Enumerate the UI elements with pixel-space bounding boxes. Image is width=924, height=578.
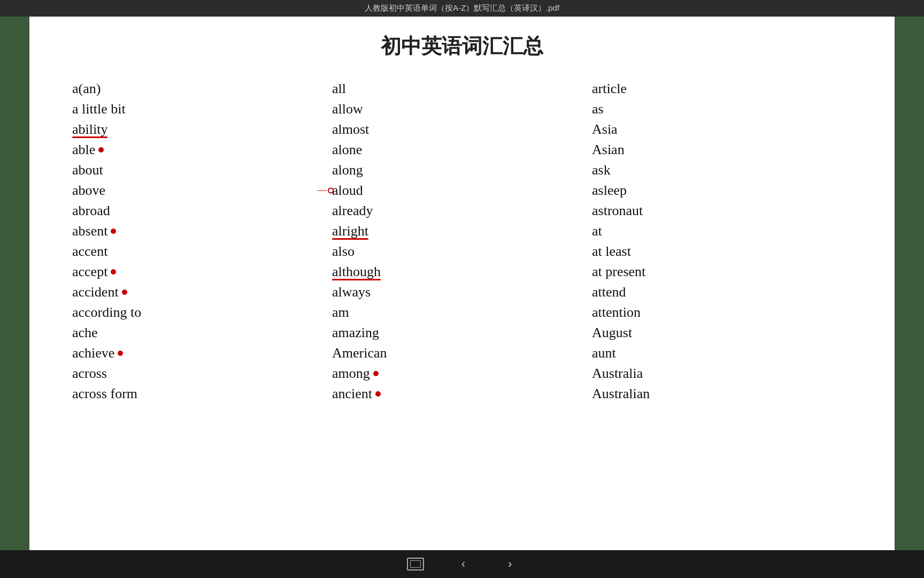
list-item: across form — [72, 384, 332, 404]
list-item: accident — [72, 282, 332, 302]
list-item: Asia — [592, 119, 852, 140]
page-view-icon[interactable] — [407, 558, 424, 571]
word-text: although — [332, 265, 381, 279]
dot-marker — [111, 229, 116, 234]
word-columns: a(an) a little bit ability able about — [72, 79, 852, 404]
word-text: Australian — [592, 387, 650, 401]
word-text: attention — [592, 306, 641, 320]
word-text: also — [332, 245, 355, 258]
title-bar: 人教版初中英语单词（按A-Z）默写汇总（英译汉）.pdf — [0, 0, 924, 17]
title-bar-text: 人教版初中英语单词（按A-Z）默写汇总（英译汉）.pdf — [365, 3, 559, 12]
pdf-content: 初中英语词汇汇总 a(an) a little bit ability — [29, 17, 895, 550]
list-item: able — [72, 140, 332, 160]
list-item: allow — [332, 99, 592, 119]
list-item: ability — [72, 119, 332, 140]
word-text: article — [592, 82, 627, 96]
word-text: at present — [592, 265, 645, 279]
bottom-navigation-bar: ‹ › — [0, 550, 924, 578]
word-text: accent — [72, 245, 107, 258]
word-text: a(an) — [72, 82, 101, 96]
list-item: accept — [72, 262, 332, 282]
word-text: allow — [332, 102, 363, 116]
list-item: above — [72, 180, 332, 201]
word-text: aloud — [332, 184, 363, 197]
word-text: ancient — [332, 387, 372, 401]
word-text: ask — [592, 163, 611, 177]
list-item: accent — [72, 241, 332, 262]
word-text: Australia — [592, 367, 643, 381]
word-text: always — [332, 285, 371, 299]
list-item: absent — [72, 221, 332, 241]
list-item: at — [592, 221, 852, 241]
dot-marker — [373, 371, 379, 376]
word-text: Asian — [592, 143, 625, 157]
list-item: aloud — [332, 180, 592, 201]
list-item: ache — [72, 323, 332, 343]
word-text: attend — [592, 285, 626, 299]
word-text: alright — [332, 224, 368, 238]
word-text: astronaut — [592, 204, 643, 218]
list-item: article — [592, 79, 852, 99]
list-item: alone — [332, 140, 592, 160]
list-item: almost — [332, 119, 592, 140]
list-item: already — [332, 201, 592, 221]
word-text: absent — [72, 224, 107, 238]
word-text: ability — [72, 123, 107, 136]
next-page-button[interactable]: › — [503, 554, 517, 574]
word-text: asleep — [592, 184, 627, 197]
prev-page-button[interactable]: ‹ — [456, 554, 471, 574]
dot-marker — [111, 269, 116, 275]
pdf-title: 初中英语词汇汇总 — [72, 33, 852, 60]
word-text: across — [72, 367, 107, 381]
page-icon-inner — [410, 560, 421, 568]
list-item: ancient — [332, 384, 592, 404]
word-text: about — [72, 163, 103, 177]
word-text: at — [592, 224, 602, 238]
list-item: across — [72, 363, 332, 384]
word-text: along — [332, 163, 363, 177]
column-1: a(an) a little bit ability able about — [72, 79, 332, 404]
word-text: at least — [592, 245, 631, 258]
list-item: at least — [592, 241, 852, 262]
word-text: almost — [332, 123, 369, 136]
list-item: attention — [592, 302, 852, 323]
list-item: asleep — [592, 180, 852, 201]
word-text: already — [332, 204, 373, 218]
list-item: attend — [592, 282, 852, 302]
list-item: among — [332, 363, 592, 384]
list-item: although — [332, 262, 592, 282]
list-item: always — [332, 282, 592, 302]
word-text: accept — [72, 265, 107, 279]
dot-marker — [122, 290, 127, 295]
list-item: also — [332, 241, 592, 262]
list-item: Australia — [592, 363, 852, 384]
word-text: abroad — [72, 204, 110, 218]
word-text: August — [592, 326, 632, 340]
word-text: as — [592, 102, 604, 116]
list-item: amazing — [332, 323, 592, 343]
list-item: astronaut — [592, 201, 852, 221]
dot-marker — [375, 391, 381, 397]
word-text: above — [72, 184, 105, 197]
word-text: amazing — [332, 326, 379, 340]
word-text: accident — [72, 285, 119, 299]
list-item: all — [332, 79, 592, 99]
word-text: all — [332, 82, 346, 96]
list-item: Australian — [592, 384, 852, 404]
list-item: along — [332, 160, 592, 180]
list-item: at present — [592, 262, 852, 282]
column-2: all allow almost alone along — [332, 79, 592, 404]
list-item: achieve — [72, 343, 332, 363]
list-item: about — [72, 160, 332, 180]
column-3: article as Asia Asian ask — [592, 79, 852, 404]
word-text: American — [332, 346, 387, 360]
list-item: abroad — [72, 201, 332, 221]
word-text: alone — [332, 143, 362, 157]
word-text: across form — [72, 387, 137, 401]
list-item: Asian — [592, 140, 852, 160]
word-text: am — [332, 306, 349, 320]
list-item: a little bit — [72, 99, 332, 119]
dot-marker — [118, 351, 123, 356]
list-item: aunt — [592, 343, 852, 363]
word-text: a little bit — [72, 102, 126, 116]
